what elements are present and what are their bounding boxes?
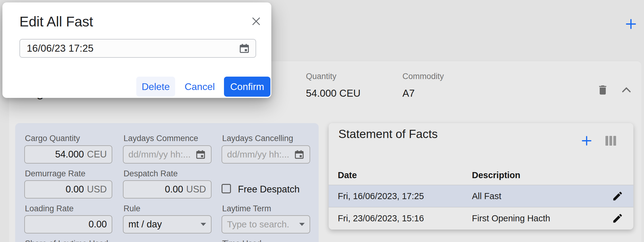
free-despatch-label: Free Despatch <box>238 184 300 195</box>
time-used-label: Time Used <box>222 239 262 242</box>
add-cargo-button[interactable] <box>625 18 637 30</box>
date-column-header: Date <box>338 170 472 180</box>
delete-cargo-button[interactable] <box>597 84 609 96</box>
sof-table-header: Date Description <box>329 166 633 185</box>
edit-row-button[interactable] <box>612 190 623 202</box>
calendar-icon[interactable] <box>195 149 206 160</box>
demurrage-rate-label: Demurrage Rate <box>25 169 86 178</box>
calendar-icon[interactable] <box>239 43 250 54</box>
row-date: Fri, 23/06/2023, 15:16 <box>338 213 472 223</box>
chevron-down-caret <box>299 223 305 226</box>
delete-button[interactable]: Delete <box>136 77 175 97</box>
laydays-cancelling-label: Laydays Cancelling <box>222 134 293 143</box>
dialog-title: Edit All Fast <box>19 13 93 30</box>
columns-icon <box>605 136 616 146</box>
laydays-cancelling-field[interactable]: dd/mm/yy hh:... <box>222 145 310 164</box>
cargo-quantity-label: Cargo Quantity <box>25 134 80 143</box>
despatch-rate-label: Despatch Rate <box>124 169 178 178</box>
loading-rate-value: 0.00 <box>89 219 107 230</box>
laydays-commence-placeholder: dd/mm/yy hh:... <box>128 149 193 160</box>
laydays-commence-label: Laydays Commence <box>124 134 198 143</box>
despatch-rate-field[interactable]: 0.00USD <box>123 180 212 199</box>
row-date: Fri, 16/06/2023, 17:25 <box>338 191 472 201</box>
edit-all-fast-dialog: Edit All Fast Delete Cancel Confirm <box>2 2 271 98</box>
cancel-button[interactable]: Cancel <box>181 77 219 97</box>
laytime-term-placeholder: Type to search. <box>227 219 299 230</box>
statement-of-facts-card: Statement of Facts Date Description Fri,… <box>329 123 633 230</box>
demurrage-rate-unit: USD <box>87 184 107 195</box>
commodity-value: A7 <box>402 88 415 99</box>
laytime-term-label: Laytime Term <box>222 204 271 213</box>
statement-of-facts-title: Statement of Facts <box>338 127 438 141</box>
demurrage-rate-field[interactable]: 0.00USD <box>24 180 112 199</box>
quantity-value: 54.000 CEU <box>306 88 361 99</box>
quantity-label: Quantity <box>306 72 337 81</box>
table-row[interactable]: Fri, 23/06/2023, 15:16 First Opening Hac… <box>329 207 633 229</box>
loading-rate-label: Loading Rate <box>25 204 74 213</box>
row-description: All Fast <box>472 191 602 201</box>
despatch-rate-unit: USD <box>186 184 206 195</box>
edit-row-button[interactable] <box>612 213 623 224</box>
rule-value: mt / day <box>128 219 201 230</box>
add-sof-entry-button[interactable] <box>581 135 592 146</box>
page: Quantity 54.000 CEU Commodity A7 Cargo Q… <box>0 0 644 242</box>
calendar-icon[interactable] <box>294 149 305 160</box>
pencil-icon <box>613 214 622 223</box>
cargo-quantity-unit: CEU <box>87 149 107 160</box>
table-row[interactable]: Fri, 16/06/2023, 17:25 All Fast <box>329 185 633 207</box>
demurrage-rate-value: 0.00 <box>66 184 84 195</box>
laydays-commence-field[interactable]: dd/mm/yy hh:... <box>123 145 212 164</box>
despatch-rate-value: 0.00 <box>165 184 183 195</box>
close-icon <box>253 18 259 25</box>
free-despatch-checkbox[interactable] <box>222 184 231 193</box>
share-of-laytime-used-label: Share of Laytime Used <box>25 239 108 242</box>
chevron-up-icon <box>623 88 630 92</box>
column-settings-button[interactable] <box>605 136 617 146</box>
plus-icon <box>582 137 591 145</box>
plus-icon <box>626 19 635 28</box>
laytime-term-select[interactable]: Type to search. <box>222 215 310 233</box>
chevron-down-caret <box>201 223 206 226</box>
confirm-button[interactable]: Confirm <box>224 77 270 97</box>
date-input[interactable] <box>27 43 239 54</box>
date-input-wrapper <box>19 39 256 58</box>
close-dialog-button[interactable] <box>250 15 262 27</box>
loading-rate-field[interactable]: 0.00 <box>24 215 112 233</box>
cargo-quantity-field[interactable]: 54.000CEU <box>24 145 112 164</box>
description-column-header: Description <box>472 170 520 180</box>
pencil-icon <box>613 192 622 201</box>
commodity-label: Commodity <box>402 72 444 81</box>
laydays-cancelling-placeholder: dd/mm/yy hh:... <box>227 149 291 160</box>
collapse-section-button[interactable] <box>622 86 631 93</box>
rule-label: Rule <box>124 204 141 213</box>
trash-icon <box>599 85 606 95</box>
rule-select[interactable]: mt / day <box>123 215 212 233</box>
row-description: First Opening Hacth <box>472 213 602 223</box>
cargo-quantity-value: 54.000 <box>55 149 84 160</box>
